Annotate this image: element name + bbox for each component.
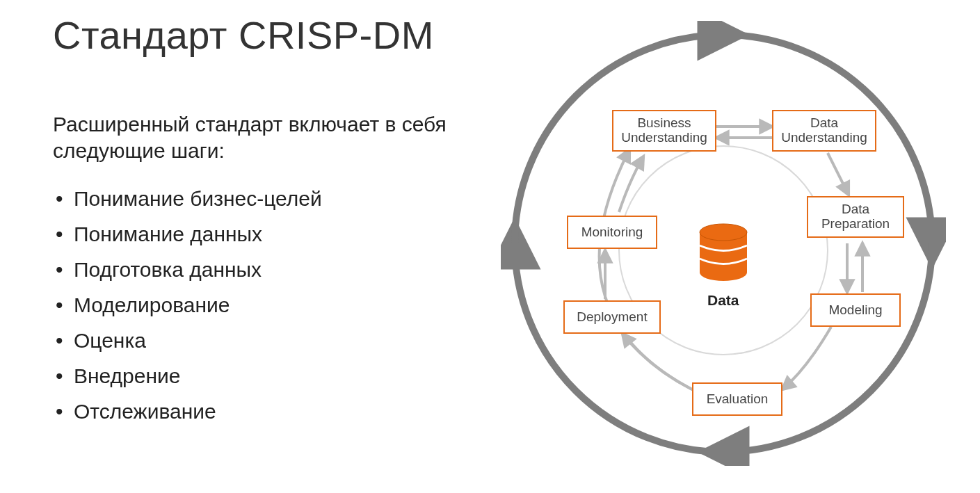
list-item: Подготовка данных	[53, 252, 322, 287]
lead-text: Расширенный стандарт включает в себя сле…	[53, 111, 456, 163]
list-item: Понимание данных	[53, 216, 322, 252]
node-label: DataPreparation	[821, 202, 890, 232]
database-icon	[696, 223, 751, 285]
list-item: Отслеживание	[53, 394, 322, 429]
node-evaluation: Evaluation	[692, 382, 782, 416]
node-data-preparation: DataPreparation	[807, 196, 904, 238]
list-item: Моделирование	[53, 287, 322, 323]
node-label: Evaluation	[707, 392, 769, 407]
node-label: Modeling	[828, 303, 882, 318]
node-modeling: Modeling	[810, 293, 901, 327]
crisp-dm-diagram: Data BusinessUnderstanding DataUnderstan…	[501, 21, 946, 466]
node-label: Deployment	[577, 310, 647, 325]
page-title: Стандарт CRISP-DM	[53, 13, 434, 58]
node-label: BusinessUnderstanding	[621, 116, 707, 145]
list-item: Внедрение	[53, 358, 322, 394]
svg-point-9	[700, 264, 747, 281]
node-data-understanding: DataUnderstanding	[772, 110, 876, 152]
list-item: Понимание бизнес-целей	[53, 181, 322, 216]
node-label: DataUnderstanding	[781, 116, 867, 145]
steps-list: Понимание бизнес-целей Понимание данных …	[53, 181, 322, 429]
list-item: Оценка	[53, 323, 322, 358]
slide: Стандарт CRISP-DM Расширенный стандарт в…	[0, 0, 980, 493]
node-business-understanding: BusinessUnderstanding	[612, 110, 716, 152]
node-label: Monitoring	[581, 225, 643, 240]
data-center-label: Data	[707, 292, 739, 309]
node-monitoring: Monitoring	[567, 216, 657, 249]
node-deployment: Deployment	[563, 300, 661, 334]
svg-line-2	[828, 153, 849, 195]
